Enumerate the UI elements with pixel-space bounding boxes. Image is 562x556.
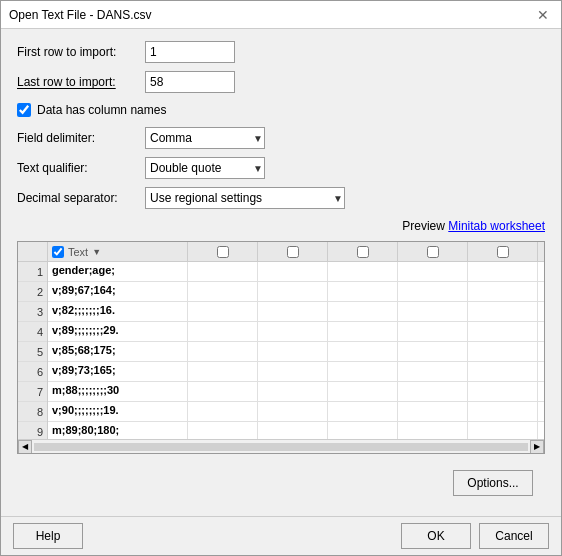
text-qualifier-wrapper: Double quote Single quote None ▼ <box>145 157 265 179</box>
horizontal-scrollbar[interactable]: ◀ ▶ <box>18 439 544 453</box>
close-button[interactable]: ✕ <box>533 8 553 22</box>
ok-button[interactable]: OK <box>401 523 471 549</box>
cell-3-2 <box>188 302 258 321</box>
grid-data: gender;age; v;89;67;164; <box>48 262 544 439</box>
col6-checkbox[interactable] <box>497 246 509 258</box>
cell-5-7 <box>538 342 544 361</box>
cell-6-7 <box>538 362 544 381</box>
cell-3-3 <box>258 302 328 321</box>
table-row: v;89;67;164; <box>48 282 544 302</box>
cell-8-3 <box>258 402 328 421</box>
row-num-7: 7 <box>18 382 47 402</box>
grid-col-header-7 <box>538 242 545 261</box>
row-num-2: 2 <box>18 282 47 302</box>
cancel-button[interactable]: Cancel <box>479 523 549 549</box>
cell-3-4 <box>328 302 398 321</box>
table-row: v;89;73;165; <box>48 362 544 382</box>
last-row-input[interactable] <box>145 71 235 93</box>
row-num-3: 3 <box>18 302 47 322</box>
decimal-separator-label: Decimal separator: <box>17 191 137 205</box>
grid-col-header-5 <box>398 242 468 261</box>
cell-8-6 <box>468 402 538 421</box>
table-row: v;82;;;;;;;16. <box>48 302 544 322</box>
cell-9-4 <box>328 422 398 439</box>
cell-8-7 <box>538 402 544 421</box>
cell-1-5 <box>398 262 468 281</box>
cell-4-1: v;89;;;;;;;;29. <box>48 322 188 341</box>
col2-checkbox[interactable] <box>217 246 229 258</box>
cell-5-3 <box>258 342 328 361</box>
cell-1-4 <box>328 262 398 281</box>
last-row-row: Last row to import: <box>17 71 545 93</box>
row-num-9: 9 <box>18 422 47 439</box>
cell-9-7 <box>538 422 544 439</box>
scroll-right-button[interactable]: ▶ <box>530 440 544 454</box>
col4-checkbox[interactable] <box>357 246 369 258</box>
cell-2-5 <box>398 282 468 301</box>
cell-9-2 <box>188 422 258 439</box>
text-qualifier-select[interactable]: Double quote Single quote None <box>145 157 265 179</box>
cell-9-6 <box>468 422 538 439</box>
table-row: m;89;80;180; <box>48 422 544 439</box>
cell-8-1: v;90;;;;;;;;19. <box>48 402 188 421</box>
cell-4-4 <box>328 322 398 341</box>
cell-7-2 <box>188 382 258 401</box>
cell-1-2 <box>188 262 258 281</box>
cell-1-3 <box>258 262 328 281</box>
grid-col-header-1: Text ▼ <box>48 242 188 261</box>
decimal-separator-select[interactable]: Use regional settings Period Comma <box>145 187 345 209</box>
cell-7-7 <box>538 382 544 401</box>
decimal-separator-row: Decimal separator: Use regional settings… <box>17 187 545 209</box>
cell-5-2 <box>188 342 258 361</box>
cell-8-5 <box>398 402 468 421</box>
grid-col-header-6 <box>468 242 538 261</box>
col5-checkbox[interactable] <box>427 246 439 258</box>
preview-text: Preview Minitab worksheet <box>402 219 545 233</box>
data-grid: Text ▼ <box>17 241 545 454</box>
col1-checkbox[interactable] <box>52 246 64 258</box>
cell-6-5 <box>398 362 468 381</box>
preview-link-row: Preview Minitab worksheet <box>17 219 545 233</box>
content-area: First row to import: Last row to import:… <box>1 29 561 516</box>
cell-2-6 <box>468 282 538 301</box>
cell-3-6 <box>468 302 538 321</box>
row-num-5: 5 <box>18 342 47 362</box>
help-button[interactable]: Help <box>13 523 83 549</box>
cell-9-5 <box>398 422 468 439</box>
scroll-left-button[interactable]: ◀ <box>18 440 32 454</box>
cell-7-4 <box>328 382 398 401</box>
first-row-input[interactable] <box>145 41 235 63</box>
cell-2-4 <box>328 282 398 301</box>
col3-checkbox[interactable] <box>287 246 299 258</box>
cell-1-6 <box>468 262 538 281</box>
cell-6-3 <box>258 362 328 381</box>
cell-5-4 <box>328 342 398 361</box>
options-button[interactable]: Options... <box>453 470 533 496</box>
cell-6-2 <box>188 362 258 381</box>
col1-type-label: Text <box>68 246 88 258</box>
cell-8-2 <box>188 402 258 421</box>
decimal-separator-wrapper: Use regional settings Period Comma ▼ <box>145 187 345 209</box>
dialog-title: Open Text File - DANS.csv <box>9 8 152 22</box>
cell-5-5 <box>398 342 468 361</box>
cell-2-3 <box>258 282 328 301</box>
minitab-worksheet-link[interactable]: Minitab worksheet <box>448 219 545 233</box>
column-names-label: Data has column names <box>37 103 166 117</box>
cell-2-7 <box>538 282 544 301</box>
table-row: v;89;;;;;;;;29. <box>48 322 544 342</box>
row-num-4: 4 <box>18 322 47 342</box>
row-num-8: 8 <box>18 402 47 422</box>
cell-4-7 <box>538 322 544 341</box>
cell-8-4 <box>328 402 398 421</box>
checkbox-row: Data has column names <box>17 103 545 117</box>
cell-6-6 <box>468 362 538 381</box>
scroll-track[interactable] <box>34 443 528 451</box>
field-delimiter-select[interactable]: Comma Tab Space Semicolon Other <box>145 127 265 149</box>
cell-5-6 <box>468 342 538 361</box>
column-names-checkbox[interactable] <box>17 103 31 117</box>
cell-1-1: gender;age; <box>48 262 188 281</box>
cell-7-3 <box>258 382 328 401</box>
row-num-6: 6 <box>18 362 47 382</box>
grid-corner <box>18 242 48 261</box>
cell-9-1: m;89;80;180; <box>48 422 188 439</box>
